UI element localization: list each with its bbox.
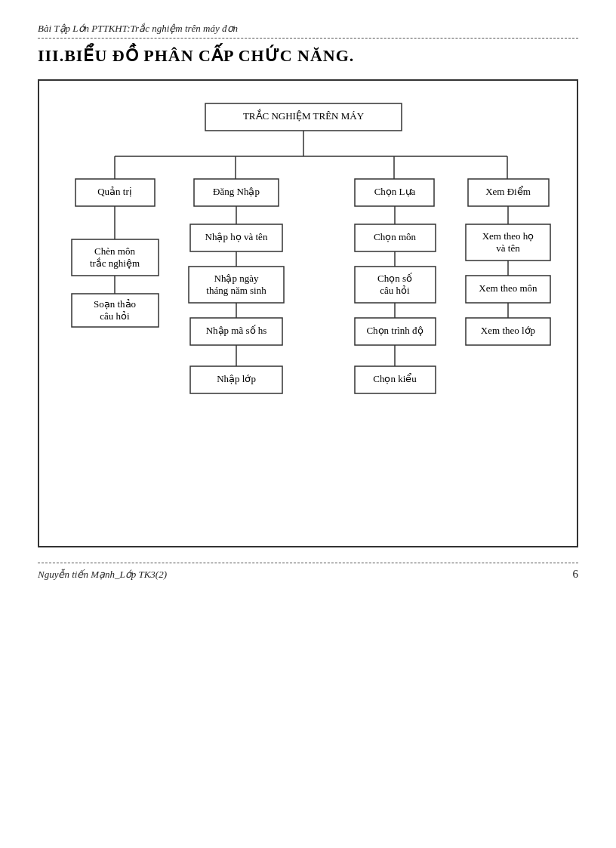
footer-author: Nguyễn tiến Mạnh_Lớp TK3(2) [38, 569, 167, 581]
svg-text:Nhập ngày: Nhập ngày [214, 273, 259, 284]
svg-text:tháng năm sinh: tháng năm sinh [206, 285, 266, 296]
svg-text:Nhập họ và tên: Nhập họ và tên [205, 231, 268, 242]
svg-text:Quản trị: Quản trị [97, 186, 132, 197]
svg-text:Nhập lớp: Nhập lớp [217, 373, 256, 384]
footer-row: Nguyễn tiến Mạnh_Lớp TK3(2) 6 [38, 568, 578, 581]
svg-text:Chèn môn: Chèn môn [94, 245, 135, 257]
header-title: Bài Tập Lớn PTTKHT:Trắc nghiệm trên máy … [38, 23, 578, 35]
diagram-svg: TRẮC NGHIỆM TRÊN MÁY Quản trị Đăng Nhập … [47, 96, 575, 519]
svg-text:TRẮC NGHIỆM TRÊN MÁY: TRẮC NGHIỆM TRÊN MÁY [243, 109, 365, 122]
svg-text:Chọn trình độ: Chọn trình độ [366, 325, 423, 336]
page-number: 6 [573, 568, 579, 581]
svg-text:Chọn kiểu: Chọn kiểu [373, 373, 417, 384]
svg-text:Soạn thảo: Soạn thảo [94, 298, 136, 310]
svg-text:Xem Điểm: Xem Điểm [485, 186, 531, 197]
page: Bài Tập Lớn PTTKHT:Trắc nghiệm trên máy … [0, 0, 616, 848]
header-divider [38, 38, 578, 39]
section-title: III.BIỂU ĐỒ PHÂN CẤP CHỨC NĂNG. [38, 46, 578, 66]
svg-text:Chọn môn: Chọn môn [374, 231, 417, 242]
svg-text:trắc nghiệm: trắc nghiệm [90, 257, 140, 269]
svg-text:Chọn Lựa: Chọn Lựa [374, 186, 416, 197]
svg-text:Đăng Nhập: Đăng Nhập [213, 186, 260, 197]
diagram-container: TRẮC NGHIỆM TRÊN MÁY Quản trị Đăng Nhập … [38, 79, 578, 547]
svg-text:câu hỏi: câu hỏi [100, 310, 130, 322]
footer-divider [38, 563, 578, 563]
svg-text:và tên: và tên [496, 242, 520, 254]
svg-text:Xem theo lớp: Xem theo lớp [481, 325, 535, 336]
svg-text:Xem theo môn: Xem theo môn [479, 282, 537, 294]
svg-text:Chọn số: Chọn số [377, 273, 412, 284]
svg-text:Nhập mã số hs: Nhập mã số hs [206, 325, 267, 336]
svg-text:Xem theo họ: Xem theo họ [482, 230, 534, 242]
svg-text:câu hỏi: câu hỏi [380, 285, 410, 296]
